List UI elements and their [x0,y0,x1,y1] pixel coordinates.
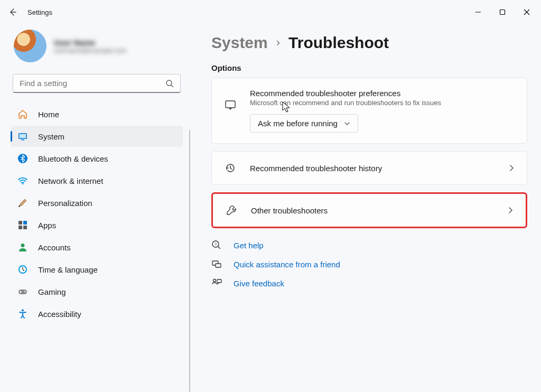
person-icon [17,241,29,253]
history-icon [223,162,237,174]
chevron-right-icon [507,207,514,214]
card-title: Other troubleshooters [251,206,494,215]
nav-label: Accounts [38,243,71,252]
svg-rect-9 [18,226,22,229]
accessibility-icon [17,308,29,320]
bluetooth-icon [17,153,29,164]
nav-bluetooth[interactable]: Bluetooth & devices [11,148,183,169]
wrench-icon [225,204,238,216]
link-feedback[interactable]: Give feedback [211,278,527,288]
clock-icon [17,264,29,275]
link-quick-assist[interactable]: Quick assistance from a friend [211,259,527,269]
nav-apps[interactable]: Apps [11,214,183,236]
nav-label: Time & language [38,265,98,274]
titlebar: Settings [0,0,541,24]
svg-point-23 [213,279,216,282]
screens-icon [211,259,223,269]
nav-system[interactable]: System [11,126,183,147]
search-box[interactable] [13,74,181,93]
user-account[interactable]: User Name username@example.com [11,24,183,71]
breadcrumb: System › Troubleshoot [211,34,527,52]
card-title: Recommended troubleshooter preferences [250,89,515,98]
nav-label: Personalization [38,199,92,208]
user-name: User Name [54,38,126,47]
scrollbar[interactable] [189,130,190,392]
link-text[interactable]: Quick assistance from a friend [234,260,340,269]
svg-point-16 [25,292,26,293]
feedback-icon [211,278,223,288]
chevron-right-icon: › [276,36,280,50]
back-button[interactable] [2,2,23,23]
svg-rect-18 [226,101,235,108]
gamepad-icon [17,286,29,297]
nav-accessibility[interactable]: Accessibility [11,303,183,324]
chevron-right-icon [508,164,515,172]
nav-label: Gaming [38,287,66,296]
nav-gaming[interactable]: Gaming [11,281,183,302]
nav-label: Bluetooth & devices [38,154,108,163]
svg-text:?: ? [214,242,217,247]
nav-accounts[interactable]: Accounts [11,237,183,258]
user-email: username@example.com [54,47,126,54]
preferences-dropdown[interactable]: Ask me before running [250,114,358,133]
chevron-down-icon [344,120,350,127]
svg-rect-8 [23,221,27,225]
brush-icon [17,197,29,209]
nav-personalization[interactable]: Personalization [11,192,183,213]
nav-home[interactable]: Home [11,104,183,125]
link-text[interactable]: Give feedback [234,279,284,288]
card-other-troubleshooters[interactable]: Other troubleshooters [211,192,527,228]
nav-label: Accessibility [38,310,81,319]
link-text[interactable]: Get help [234,241,264,250]
home-icon [17,108,29,120]
card-subtitle: Microsoft can recommend and run troubles… [250,99,515,107]
svg-rect-7 [18,221,22,225]
close-button[interactable] [515,2,539,23]
window-title: Settings [27,8,52,16]
avatar [14,30,46,62]
card-title: Recommended troubleshooter history [250,164,495,173]
search-input[interactable] [20,79,165,88]
system-icon [17,130,29,142]
svg-rect-22 [216,264,221,267]
apps-icon [17,219,29,231]
nav: Home System Bluetooth & devices Network … [11,104,183,324]
svg-rect-24 [217,279,221,283]
svg-rect-10 [23,226,27,229]
breadcrumb-parent[interactable]: System [211,34,268,52]
card-recommended-preferences: Recommended troubleshooter preferences M… [211,78,527,144]
main-content: System › Troubleshoot Options Recommende… [190,24,541,392]
svg-rect-4 [21,139,24,141]
nav-label: Apps [38,221,56,230]
help-links: ? Get help Quick assistance from a frien… [211,240,527,288]
svg-point-6 [22,183,24,185]
chat-icon [223,99,237,111]
nav-label: System [38,132,64,141]
nav-network[interactable]: Network & internet [11,170,183,191]
nav-label: Network & internet [38,176,103,185]
nav-time[interactable]: Time & language [11,259,183,280]
breadcrumb-current: Troubleshoot [288,34,389,52]
minimize-button[interactable] [466,2,490,23]
search-icon [165,79,174,88]
link-get-help[interactable]: ? Get help [211,240,527,250]
svg-point-11 [21,244,25,247]
sidebar: User Name username@example.com Home Syst… [0,24,190,392]
svg-rect-0 [500,10,505,15]
dropdown-value: Ask me before running [258,119,338,128]
window-controls [466,2,539,23]
nav-label: Home [38,110,59,119]
svg-point-17 [22,310,24,312]
maximize-button[interactable] [490,2,515,23]
svg-point-1 [166,80,172,86]
card-troubleshooter-history[interactable]: Recommended troubleshooter history [211,151,527,185]
help-icon: ? [211,240,223,250]
wifi-icon [17,175,29,186]
options-label: Options [211,63,527,72]
svg-point-15 [24,291,25,292]
svg-rect-3 [20,134,26,138]
